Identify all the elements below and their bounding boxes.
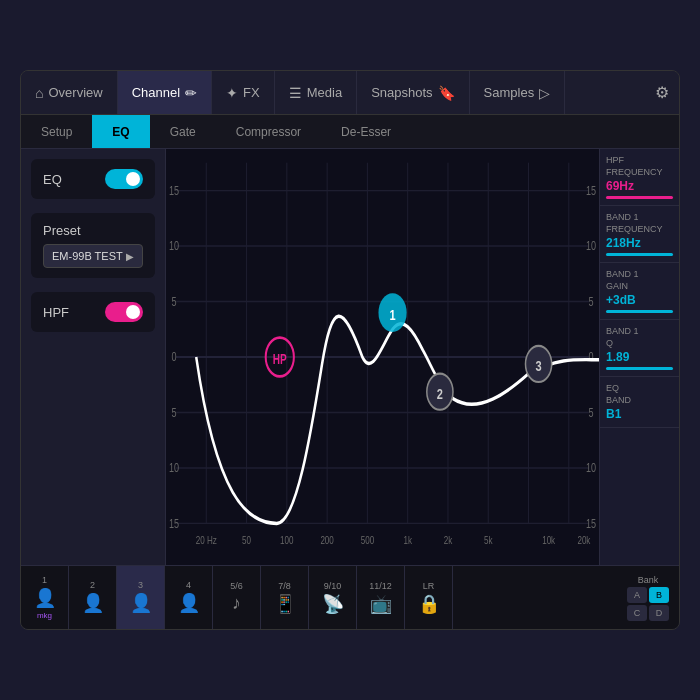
svg-text:0: 0 — [172, 350, 177, 364]
right-eq-section: EQ BAND B1 — [600, 377, 679, 428]
svg-text:5: 5 — [588, 405, 593, 419]
bookmark-icon: 🔖 — [438, 85, 455, 101]
sub-tab-compressor[interactable]: Compressor — [216, 115, 321, 148]
tab-media[interactable]: ☰ Media — [275, 71, 357, 114]
svg-text:15: 15 — [586, 516, 596, 530]
svg-text:2k: 2k — [444, 534, 453, 547]
hpf-section: HPF — [31, 292, 155, 332]
top-nav: ⌂ Overview Channel ✏ ✦ FX ☰ Media Snapsh… — [21, 71, 679, 115]
channel-56[interactable]: 5/6 ♪ — [213, 566, 261, 629]
sub-tab-de-esser[interactable]: De-Esser — [321, 115, 411, 148]
tab-samples[interactable]: Samples ▷ — [470, 71, 566, 114]
channel-910-num: 9/10 — [324, 581, 342, 591]
bank-buttons: A B C D — [627, 587, 669, 621]
sub-tab-setup[interactable]: Setup — [21, 115, 92, 148]
svg-text:5k: 5k — [484, 534, 493, 547]
sub-nav: Setup EQ Gate Compressor De-Esser — [21, 115, 679, 149]
nav-right-icons: ⚙ — [645, 71, 679, 114]
svg-text:1: 1 — [389, 306, 396, 323]
sub-tab-gate[interactable]: Gate — [150, 115, 216, 148]
tab-overview[interactable]: ⌂ Overview — [21, 71, 118, 114]
channel-4[interactable]: 4 👤 — [165, 566, 213, 629]
svg-text:50: 50 — [242, 534, 251, 547]
home-icon: ⌂ — [35, 85, 43, 101]
svg-text:10: 10 — [169, 461, 179, 475]
hpf-toggle[interactable] — [105, 302, 143, 322]
bank-btn-d[interactable]: D — [649, 605, 669, 621]
right-band1b-title: BAND 1 — [606, 269, 673, 279]
main-content: EQ Preset EM-99B TEST ▶ HPF — [21, 149, 679, 565]
right-q-value: 1.89 — [606, 350, 673, 364]
preset-label: Preset — [43, 223, 143, 238]
edit-icon: ✏ — [185, 85, 197, 101]
preset-arrow-icon: ▶ — [126, 251, 134, 262]
preset-section: Preset EM-99B TEST ▶ — [31, 213, 155, 278]
channel-1[interactable]: 1 👤 mkg — [21, 566, 69, 629]
svg-text:HP: HP — [273, 351, 287, 367]
right-band1a-section: BAND 1 Frequency 218Hz — [600, 206, 679, 263]
channel-2-icon: 👤 — [82, 592, 104, 614]
channel-78[interactable]: 7/8 📱 — [261, 566, 309, 629]
svg-text:5: 5 — [172, 294, 177, 308]
right-band1a-value: 218Hz — [606, 236, 673, 250]
eq-toggle[interactable] — [105, 169, 143, 189]
app-container: ⌂ Overview Channel ✏ ✦ FX ☰ Media Snapsh… — [20, 70, 680, 630]
tab-fx[interactable]: ✦ FX — [212, 71, 275, 114]
svg-text:15: 15 — [169, 516, 179, 530]
bank-section: Bank A B C D — [617, 566, 679, 629]
right-q-bar — [606, 367, 673, 370]
channel-4-num: 4 — [186, 580, 191, 590]
right-eq-band-value: B1 — [606, 407, 673, 421]
tab-channel[interactable]: Channel ✏ — [118, 71, 212, 114]
sub-tab-eq[interactable]: EQ — [92, 115, 149, 148]
svg-text:5: 5 — [172, 405, 177, 419]
left-panel: EQ Preset EM-99B TEST ▶ HPF — [21, 149, 166, 565]
tab-samples-label: Samples — [484, 85, 535, 100]
eq-graph-container[interactable]: 15 10 5 0 5 10 15 15 10 5 0 5 10 15 20 H… — [166, 149, 599, 565]
channel-1-icon: 👤 — [34, 587, 56, 609]
channel-2[interactable]: 2 👤 — [69, 566, 117, 629]
channel-2-num: 2 — [90, 580, 95, 590]
tab-snapshots[interactable]: Snapshots 🔖 — [357, 71, 469, 114]
sparkle-icon: ✦ — [226, 85, 238, 101]
settings-icon[interactable]: ⚙ — [655, 83, 669, 102]
eq-label: EQ — [43, 172, 62, 187]
tab-media-label: Media — [307, 85, 342, 100]
svg-text:5: 5 — [588, 294, 593, 308]
bank-btn-b[interactable]: B — [649, 587, 669, 603]
channel-910[interactable]: 9/10 📡 — [309, 566, 357, 629]
eq-graph-svg: 15 10 5 0 5 10 15 15 10 5 0 5 10 15 20 H… — [166, 149, 599, 565]
right-band1b-section: BAND 1 Gain +3dB — [600, 263, 679, 320]
media-icon: ☰ — [289, 85, 302, 101]
channel-3-num: 3 — [138, 580, 143, 590]
right-freq-value: 69Hz — [606, 179, 673, 193]
svg-text:2: 2 — [437, 385, 443, 402]
channel-3[interactable]: 3 👤 — [117, 566, 165, 629]
channel-lr-icon: 🔒 — [418, 593, 440, 615]
right-panel: HPF Frequency 69Hz BAND 1 Frequency 218H… — [599, 149, 679, 565]
channel-1-num: 1 — [42, 575, 47, 585]
right-freq-label: Frequency — [606, 167, 673, 177]
tab-snapshots-label: Snapshots — [371, 85, 432, 100]
channel-4-icon: 👤 — [178, 592, 200, 614]
channel-1112[interactable]: 11/12 📺 — [357, 566, 405, 629]
svg-text:10k: 10k — [542, 534, 555, 547]
channel-lr[interactable]: LR 🔒 — [405, 566, 453, 629]
hpf-label: HPF — [43, 305, 69, 320]
channel-78-icon: 📱 — [274, 593, 296, 615]
bank-label: Bank — [638, 575, 659, 585]
svg-text:20 Hz: 20 Hz — [196, 534, 217, 547]
svg-text:3: 3 — [536, 357, 542, 374]
right-band1c-section: BAND 1 Q 1.89 — [600, 320, 679, 377]
svg-text:20k: 20k — [577, 534, 590, 547]
preset-button[interactable]: EM-99B TEST ▶ — [43, 244, 143, 268]
channel-56-icon: ♪ — [232, 593, 241, 614]
svg-text:1k: 1k — [403, 534, 412, 547]
channel-1112-num: 11/12 — [369, 581, 392, 591]
svg-text:10: 10 — [586, 461, 596, 475]
svg-text:15: 15 — [169, 183, 179, 197]
bank-btn-c[interactable]: C — [627, 605, 647, 621]
channel-56-num: 5/6 — [230, 581, 243, 591]
bottom-bar: 1 👤 mkg 2 👤 3 👤 4 👤 5/6 ♪ 7/8 📱 — [21, 565, 679, 629]
bank-btn-a[interactable]: A — [627, 587, 647, 603]
